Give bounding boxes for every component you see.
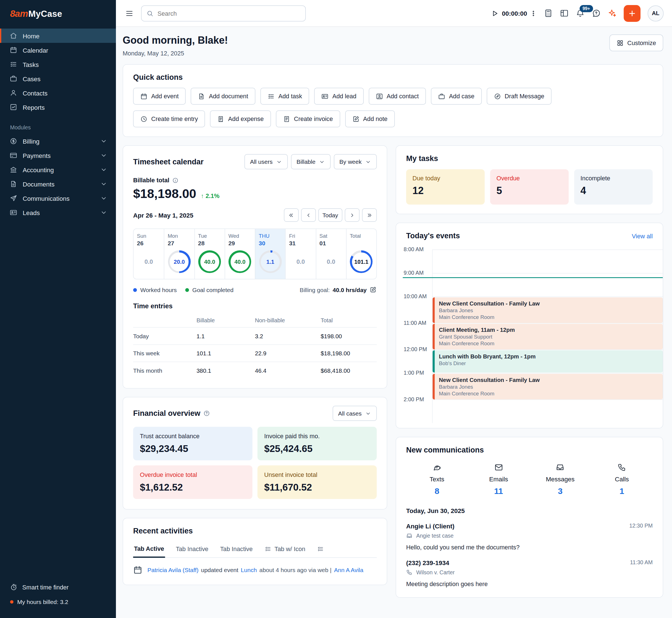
- timesheet-day-sat[interactable]: Sat010.0: [316, 229, 346, 279]
- create-time-entry-button[interactable]: Create time entry: [133, 111, 205, 127]
- activity-actor-link[interactable]: Patricia Avila (Staff): [147, 567, 199, 574]
- sidebar-nav: Home Calendar Tasks Cases Contacts Repor…: [0, 28, 116, 220]
- add-expense-button[interactable]: Add expense: [210, 111, 271, 127]
- user-avatar[interactable]: AL: [648, 5, 664, 21]
- incomplete-tile[interactable]: Incomplete 4: [574, 170, 653, 205]
- calendar-icon: [133, 565, 142, 575]
- next-week-button[interactable]: [345, 208, 360, 222]
- timer-widget[interactable]: 00:00:00: [490, 9, 537, 17]
- workflow-button[interactable]: [560, 9, 569, 18]
- emails-stat[interactable]: Emails 11: [468, 463, 530, 496]
- phone-icon: [618, 463, 626, 472]
- trust-account-balance-tile[interactable]: Trust account balance $29,234.45: [133, 427, 252, 460]
- event-item[interactable]: New Client Consultation - Family LawBarb…: [433, 297, 663, 323]
- sidebar-item-contacts[interactable]: Contacts: [0, 86, 116, 100]
- billable-filter-dropdown[interactable]: Billable: [291, 154, 330, 170]
- sidebar-item-billing[interactable]: Billing: [0, 134, 116, 148]
- sidebar-item-communications[interactable]: Communications: [0, 191, 116, 206]
- tab-icon-only[interactable]: [316, 541, 325, 557]
- sidebar-item-payments[interactable]: Payments: [0, 148, 116, 163]
- ai-assistant-button[interactable]: [608, 9, 617, 18]
- edit-goal-icon[interactable]: [370, 286, 377, 294]
- day-of-week-label: Wed: [228, 233, 252, 239]
- sidebar-item-cases[interactable]: Cases: [0, 72, 116, 86]
- overdue-invoice-tile[interactable]: Overdue invoice total $1,612.52: [133, 466, 252, 499]
- time-entries-title: Time entries: [133, 302, 377, 310]
- event-hour-lane: Client Meeting, 11am - 12pmGrant Spousal…: [432, 323, 663, 350]
- hours-billed-status[interactable]: My hours billed: 3.2: [10, 595, 106, 609]
- messages-stat[interactable]: Messages 3: [530, 463, 591, 496]
- sidebar-item-tasks[interactable]: Tasks: [0, 57, 116, 72]
- timesheet-day-thu[interactable]: THU301.1: [255, 229, 285, 279]
- timesheet-day-fri[interactable]: Fri310.0: [285, 229, 316, 279]
- tab-with-icon[interactable]: Tab w/ Icon: [263, 541, 306, 557]
- timesheet-day-tue[interactable]: Tue2840.0: [194, 229, 225, 279]
- due-today-tile[interactable]: Due today 12: [406, 170, 485, 205]
- first-week-button[interactable]: [284, 208, 299, 222]
- cases-filter-dropdown[interactable]: All cases: [333, 406, 377, 421]
- table-row[interactable]: Today 1.1 3.2 $198.00: [133, 327, 377, 345]
- communication-entry[interactable]: Angie Li (Client) Angie test case 12:30 …: [406, 522, 653, 551]
- texts-stat[interactable]: Texts 8: [406, 463, 468, 496]
- sidebar-item-calendar[interactable]: Calendar: [0, 43, 116, 57]
- sidebar-item-reports[interactable]: Reports: [0, 100, 116, 114]
- draft-message-button[interactable]: Draft Message: [487, 88, 551, 105]
- previous-week-button[interactable]: [301, 208, 316, 222]
- calculator-button[interactable]: [544, 9, 553, 18]
- day-progress-ring: 0.0: [289, 250, 312, 273]
- period-filter-dropdown[interactable]: By week: [334, 154, 377, 170]
- add-note-button[interactable]: Add note: [345, 111, 395, 127]
- menu-toggle-button[interactable]: [125, 9, 133, 17]
- timesheet-day-total[interactable]: Total 101.1: [346, 229, 376, 279]
- add-lead-button[interactable]: Add lead: [314, 88, 363, 105]
- notifications-button[interactable]: 99+: [576, 9, 585, 18]
- kebab-menu-icon[interactable]: [530, 10, 537, 16]
- timesheet-day-mon[interactable]: Mon2720.0: [164, 229, 194, 279]
- text-message-icon: [433, 463, 442, 472]
- search-input[interactable]: [158, 10, 301, 16]
- communication-entry[interactable]: (232) 239-1934 Wilson v. Carter 11:30 AM…: [406, 559, 653, 588]
- tab-inactive-2[interactable]: Tab Inactive: [219, 541, 253, 557]
- timesheet-day-sun[interactable]: Sun260.0: [133, 229, 164, 279]
- table-row[interactable]: This month 380.1 46.4 $68,418.00: [133, 362, 377, 379]
- customize-button[interactable]: Customize: [609, 34, 663, 51]
- help-icon[interactable]: [203, 410, 210, 417]
- todays-events-card: Today's events View all 8:00 AM9:00 AM10…: [396, 223, 663, 428]
- documents-icon: [10, 180, 17, 188]
- chevron-left-icon: [305, 212, 312, 218]
- sidebar-item-leads[interactable]: Leads: [0, 206, 116, 220]
- invoice-paid-tile[interactable]: Invoice paid this mo. $25,424.65: [257, 427, 377, 460]
- overdue-tile[interactable]: Overdue 5: [490, 170, 569, 205]
- event-item[interactable]: Lunch with Bob Bryant, 12pm - 1pmBob's D…: [433, 350, 663, 373]
- calls-stat[interactable]: Calls 1: [591, 463, 653, 496]
- add-document-button[interactable]: Add document: [191, 88, 255, 105]
- timesheet-day-wed[interactable]: Wed2940.0: [225, 229, 255, 279]
- activity-related-link[interactable]: Ann A Avila: [334, 567, 363, 574]
- sidebar-item-documents[interactable]: Documents: [0, 177, 116, 191]
- tab-inactive-1[interactable]: Tab Inactive: [175, 541, 209, 557]
- view-all-link[interactable]: View all: [632, 232, 653, 239]
- help-chat-button[interactable]: [592, 9, 601, 18]
- event-item[interactable]: New Client Consultation - Family LawBarb…: [433, 374, 663, 400]
- tab-active[interactable]: Tab Active: [133, 541, 165, 558]
- info-icon[interactable]: [172, 177, 179, 183]
- quick-add-button[interactable]: [624, 5, 641, 21]
- sidebar-bottom: Smart time finder My hours billed: 3.2: [0, 580, 116, 609]
- event-item[interactable]: Client Meeting, 11am - 12pmGrant Spousal…: [433, 324, 663, 350]
- add-event-button[interactable]: Add event: [133, 88, 186, 105]
- create-invoice-button[interactable]: Create invoice: [276, 111, 340, 127]
- sidebar-item-home[interactable]: Home: [0, 28, 116, 43]
- sidebar-item-accounting[interactable]: Accounting: [0, 163, 116, 177]
- sidebar-item-label: Contacts: [23, 89, 47, 97]
- activity-target-link[interactable]: Lunch: [241, 567, 257, 574]
- day-progress-ring: 40.0: [198, 250, 221, 273]
- users-filter-dropdown[interactable]: All users: [244, 154, 288, 170]
- last-week-button[interactable]: [362, 208, 377, 222]
- add-task-button[interactable]: Add task: [260, 88, 309, 105]
- add-case-button[interactable]: Add case: [431, 88, 481, 105]
- add-contact-button[interactable]: Add contact: [368, 88, 426, 105]
- today-button[interactable]: Today: [318, 208, 342, 222]
- unsent-invoice-tile[interactable]: Unsent invoice total $11,670.52: [257, 466, 377, 499]
- smart-time-finder-button[interactable]: Smart time finder: [10, 580, 106, 595]
- table-row[interactable]: This week 101.1 22.9 $18,198.00: [133, 345, 377, 362]
